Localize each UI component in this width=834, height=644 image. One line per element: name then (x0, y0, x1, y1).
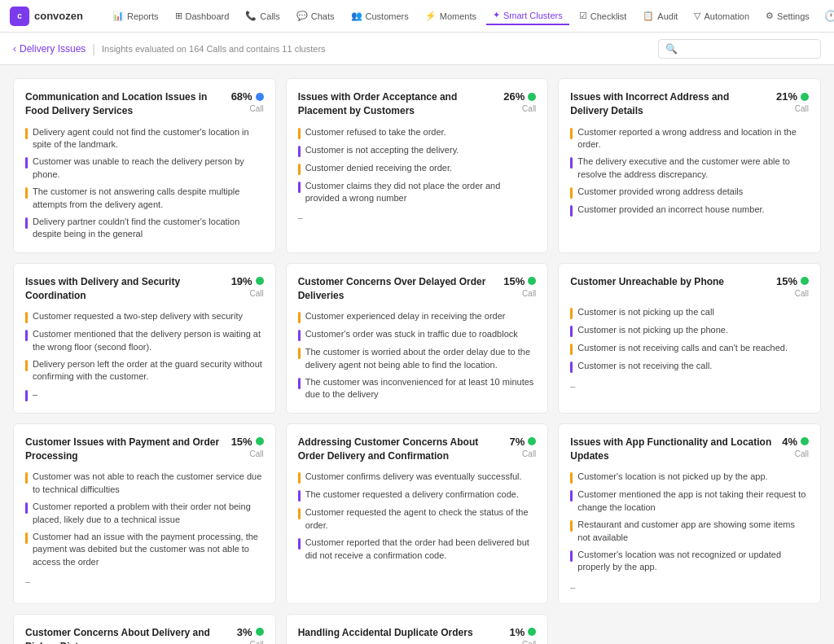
card-header: Issues with Delivery and Security Coordi… (25, 275, 264, 303)
item-indicator (25, 330, 28, 341)
card-percent: 21% (776, 90, 797, 103)
card-type: Call (522, 104, 536, 113)
item-indicator (570, 361, 573, 373)
logo-text: convozen (34, 10, 83, 22)
nav-item-moments[interactable]: ⚡ Moments (419, 7, 483, 24)
item-text: Restaurant and customer app are showing … (577, 519, 809, 544)
item-indicator (570, 550, 573, 562)
item-indicator (570, 157, 573, 169)
card-percent: 19% (231, 275, 252, 287)
nav-item-automation[interactable]: ▽ Automation (687, 7, 756, 24)
card-title: Issues with Delivery and Security Coordi… (25, 275, 231, 303)
item-indicator (25, 157, 28, 169)
item-indicator (298, 348, 301, 359)
list-item: Customer provided wrong address details (570, 186, 809, 199)
nav-item-reports[interactable]: 📊 Reports (106, 7, 165, 24)
card-header: Customer Concerns Over Delayed Order Del… (298, 275, 537, 303)
back-button[interactable]: ‹ Delivery Issues (13, 43, 86, 55)
cluster-card: Customer Unreachable by Phone 15% Call C… (558, 263, 821, 414)
list-item: Customer is not accepting the delivery. (298, 144, 537, 157)
cluster-card: Addressing Customer Concerns About Order… (286, 423, 549, 604)
item-text: Customer reported a wrong address and lo… (577, 126, 809, 151)
cluster-card: Customer Issues with Payment and Order P… (13, 423, 276, 604)
item-indicator (570, 187, 573, 199)
clusters-grid: Communication and Location Issues in Foo… (0, 65, 834, 644)
item-text: Customer provided wrong address details (577, 186, 743, 198)
card-percent: 1% (510, 626, 525, 638)
item-text: The customer was inconvenienced for at l… (305, 376, 537, 401)
percent-row: 4% (782, 436, 809, 448)
nav-item-calls[interactable]: 📞 Calls (239, 7, 286, 24)
card-items: Customer confirms delivery was eventuall… (298, 471, 537, 562)
status-dot (528, 628, 536, 636)
cluster-card: Issues with Delivery and Security Coordi… (13, 263, 276, 414)
nav-label-smart-clusters: Smart Clusters (503, 11, 563, 20)
item-indicator (25, 472, 28, 484)
back-chevron-icon: ‹ (13, 43, 16, 55)
card-type: Call (249, 104, 263, 113)
card-title: Customer Concerns Over Delayed Order Del… (298, 275, 504, 303)
nav-item-customers[interactable]: 👥 Customers (345, 7, 415, 24)
nav-label-customers: Customers (366, 11, 409, 21)
percent-row: 26% (503, 90, 536, 103)
logo[interactable]: c convozen (10, 7, 83, 26)
item-text: The delivery executive and the customer … (577, 156, 809, 181)
card-meta: 19% Call (231, 275, 264, 298)
list-item: – (25, 388, 264, 401)
search-box[interactable]: 🔍 (658, 39, 821, 59)
list-item: Delivery agent could not find the custom… (25, 126, 264, 151)
percent-row: 3% (237, 626, 264, 638)
item-text: – (33, 388, 37, 401)
search-icon: 🔍 (665, 43, 678, 55)
item-indicator (570, 205, 573, 217)
nav-item-checklist[interactable]: ☑ Checklist (573, 7, 634, 24)
list-item: Delivery person left the order at the gu… (25, 358, 264, 383)
card-type: Call (249, 289, 263, 298)
nav-item-dashboard[interactable]: ⊞ Dashboard (169, 7, 236, 24)
nav-item-audit[interactable]: 📋 Audit (636, 7, 684, 24)
nav-item-smart-clusters[interactable]: ✦ Smart Clusters (486, 7, 569, 25)
nav-label-chats: Chats (311, 11, 335, 21)
item-text: Delivery partner couldn't find the custo… (33, 216, 264, 241)
card-meta: 21% Call (776, 90, 809, 113)
list-item: Customer was not able to reach the custo… (25, 471, 264, 496)
item-indicator (298, 538, 301, 550)
dashboard-icon: ⊞ (175, 11, 182, 21)
item-indicator (298, 490, 301, 502)
item-text: Customer provided an incorrect house num… (577, 204, 764, 216)
customers-icon: 👥 (351, 11, 362, 21)
list-item: Customer requested a two-step delivery w… (25, 310, 264, 323)
item-indicator (298, 378, 301, 389)
item-text: Customer reported that the order had bee… (305, 537, 537, 562)
list-item: Customer is not picking up the phone. (570, 324, 809, 337)
card-title: Customer Unreachable by Phone (570, 275, 776, 289)
item-indicator (570, 490, 573, 502)
card-header: Addressing Customer Concerns About Order… (298, 436, 537, 463)
item-text: Customer claims they did not place the o… (305, 180, 537, 205)
breadcrumb-divider: | (92, 42, 95, 55)
search-input[interactable] (681, 44, 814, 54)
list-item: The customer was inconvenienced for at l… (298, 376, 537, 401)
item-text: The customer is not answering calls desp… (33, 186, 264, 211)
history-button[interactable]: 🕐 (819, 5, 834, 28)
breadcrumb-info: Insights evaluated on 164 Calls and cont… (102, 44, 326, 54)
card-header: Handling Accidental Duplicate Orders 1% … (298, 626, 537, 644)
percent-row: 15% (503, 275, 536, 287)
cluster-card: Customer Concerns Over Delayed Order Del… (286, 263, 549, 414)
card-type: Call (522, 449, 536, 458)
nav-item-settings[interactable]: ⚙ Settings (759, 7, 816, 24)
card-items: Customer is not picking up the call Cust… (570, 306, 809, 391)
sub-header: ‹ Delivery Issues | Insights evaluated o… (0, 33, 834, 65)
item-indicator (298, 128, 301, 139)
item-indicator (298, 472, 301, 484)
list-item: Customer reported a wrong address and lo… (570, 126, 809, 151)
nav-item-chats[interactable]: 💬 Chats (290, 7, 341, 24)
card-meta: 26% Call (503, 90, 536, 113)
item-text: Customer reported a problem with their o… (33, 501, 264, 526)
card-title: Issues with Incorrect Address and Delive… (570, 90, 776, 118)
percent-row: 68% (231, 90, 264, 103)
nav-label-dashboard: Dashboard (186, 11, 230, 21)
item-indicator (25, 217, 28, 229)
item-indicator (570, 520, 573, 532)
item-indicator (570, 308, 573, 319)
